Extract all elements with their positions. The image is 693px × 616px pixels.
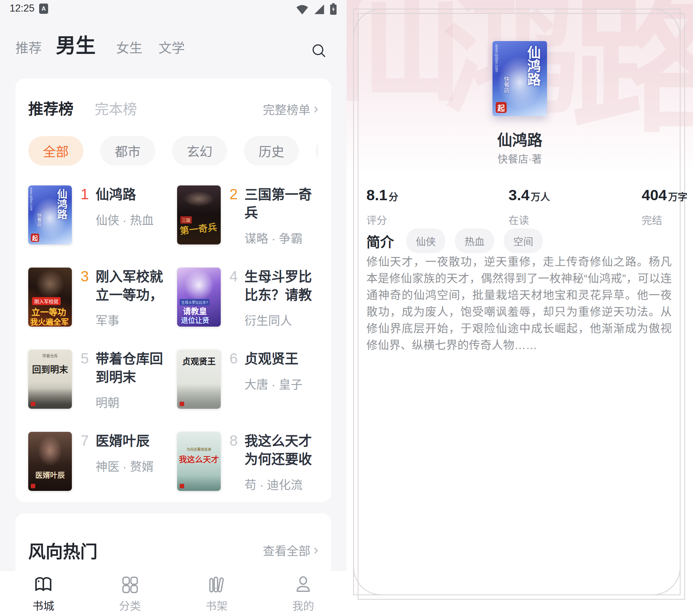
nav-label: 书架 — [206, 597, 227, 613]
view-all-label: 查看全部 — [263, 541, 310, 559]
rank-number: 4 — [226, 267, 241, 285]
cover-art — [38, 435, 62, 466]
book-tags: 衍生同人 — [244, 311, 318, 329]
cover-art — [36, 270, 64, 298]
stat-unit: 万人 — [531, 192, 550, 202]
rank-number: 8 — [226, 432, 241, 449]
bookstore-icon — [34, 576, 53, 594]
stat-label: 在读 — [509, 212, 550, 227]
intro-row: 简介 仙侠 热血 空间 — [367, 228, 543, 253]
book-item-6[interactable]: 贞观贤王 6 贞观贤王 大唐 · 皇子 — [177, 350, 318, 411]
status-icons — [296, 3, 337, 15]
chip-fantasy[interactable]: 玄幻 — [172, 136, 227, 165]
nav-category[interactable]: 分类 — [87, 571, 173, 616]
tab-female[interactable]: 女生 — [116, 37, 142, 57]
nav-label: 书城 — [33, 597, 54, 613]
book-title: 我这么天才为何还要收 — [244, 432, 318, 469]
notification-app-icon: A — [39, 3, 48, 14]
signal-icon — [314, 4, 325, 15]
chip-urban[interactable]: 都市 — [100, 136, 155, 165]
cover-title-text: 我这么天才 — [177, 453, 221, 464]
book-item-3[interactable]: 刚入军校就 立一等功 我火遍全军 3 刚入军校就立一等功， 军事 — [28, 267, 170, 329]
battery-charging-icon — [330, 3, 337, 15]
rank-number: 3 — [78, 267, 92, 285]
cover-press-text: 快餐店 — [36, 213, 42, 226]
nav-mine[interactable]: 我的 — [260, 571, 346, 616]
cover-title-text: 回到明末 — [28, 362, 72, 375]
cover-art — [183, 191, 215, 206]
stat-wordcount: 404万字 完结 — [642, 186, 687, 227]
stat-value: 404 — [642, 186, 667, 203]
rank-card: 推荐榜 完本榜 完整榜单 › 全部 都市 玄幻 历史 军事 仙鸿路 — [15, 79, 331, 502]
book-tags: 明朝 — [96, 393, 170, 411]
status-bar: 12:25 A — [0, 0, 346, 16]
category-icon — [121, 576, 139, 594]
tag-pill-rexue[interactable]: 热血 — [455, 228, 494, 253]
book-tags: 谋略 · 争霸 — [244, 229, 318, 246]
book-app: 12:25 A 推荐 男生 女生 文学 — [0, 0, 693, 616]
book-cover: 生母斗罗比比东? 请教皇 退位让贤 — [177, 267, 221, 326]
nav-bookstore[interactable]: 书城 — [0, 571, 87, 616]
stat-value: 3.4 — [509, 186, 529, 203]
stat-unit: 分 — [389, 192, 398, 202]
publisher-seal — [31, 402, 35, 406]
book-title: 三国第一奇兵 — [244, 185, 318, 222]
search-button[interactable] — [311, 42, 327, 60]
book-title: 医婿叶辰 — [96, 432, 170, 450]
chip-military[interactable]: 军事 — [316, 136, 318, 165]
tab-literature[interactable]: 文学 — [158, 37, 185, 57]
book-title: 带着仓库回到明末 — [96, 350, 170, 386]
tab-male[interactable]: 男生 — [56, 29, 96, 58]
user-icon — [294, 576, 313, 594]
book-cover: 刚入军校就 立一等功 我火遍全军 — [28, 267, 72, 326]
book-title: 贞观贤王 — [244, 350, 318, 368]
view-all-link[interactable]: 查看全部 › — [263, 541, 318, 559]
rank-tab-recommend[interactable]: 推荐榜 — [28, 97, 74, 119]
cover-subtitle-text: 我火遍全军 — [30, 316, 69, 326]
tab-recommend[interactable]: 推荐 — [15, 37, 42, 57]
book-detail-pane: 仙 鸿 路 仙鸿路 www.qidian.com 快餐店 起 仙鸿路 快餐店·著 — [346, 0, 693, 616]
rank-number: 5 — [78, 350, 92, 367]
chip-history[interactable]: 历史 — [244, 136, 299, 165]
tag-pill-kongjian[interactable]: 空间 — [504, 228, 543, 253]
rank-number: 6 — [226, 350, 241, 367]
publisher-seal: 起 — [31, 234, 39, 242]
cover-art — [184, 270, 214, 301]
book-item-8[interactable]: 为何还要收徒弟 我这么天才 8 我这么天才为何还要收 苟 · 迪化流 — [177, 432, 318, 493]
stat-label: 评分 — [367, 212, 398, 227]
stat-unit: 万字 — [668, 192, 687, 202]
nav-label: 分类 — [119, 597, 141, 613]
cover-press-text: 快餐店 — [502, 76, 510, 93]
publisher-seal — [180, 484, 184, 488]
rank-card-header: 推荐榜 完本榜 完整榜单 › — [28, 97, 318, 119]
full-ranking-link[interactable]: 完整榜单 › — [263, 100, 318, 118]
bottom-nav: 书城 分类 书架 — [0, 571, 346, 616]
nav-bookshelf[interactable]: 书架 — [173, 571, 260, 616]
publisher-seal — [180, 402, 184, 406]
book-item-7[interactable]: 医婿叶辰 7 医婿叶辰 神医 · 赘婿 — [28, 432, 170, 493]
nav-label: 我的 — [292, 597, 314, 613]
book-title: 刚入军校就立一等功， — [96, 267, 170, 304]
chip-all[interactable]: 全部 — [28, 136, 83, 165]
book-item-4[interactable]: 生母斗罗比比东? 请教皇 退位让贤 4 生母斗罗比比东？请教 衍生同人 — [177, 267, 318, 329]
rank-number: 7 — [78, 432, 92, 449]
detail-book-author: 快餐店·著 — [346, 151, 693, 165]
book-tags: 军事 — [96, 311, 170, 329]
book-cover: 仙鸿路 www.qidian.com 快餐店 起 — [28, 185, 72, 244]
detail-book-cover[interactable]: 仙鸿路 www.qidian.com 快餐店 起 — [493, 41, 547, 116]
tag-pill-xianxia[interactable]: 仙侠 — [406, 228, 445, 253]
trending-title: 风向热门 — [28, 538, 98, 563]
rank-number: 2 — [226, 185, 241, 203]
cover-subtitle-text: 退位让贤 — [181, 314, 209, 325]
book-item-1[interactable]: 仙鸿路 www.qidian.com 快餐店 起 1 仙鸿路 仙侠 · 热血 — [28, 185, 170, 246]
book-title: 生母斗罗比比东？请教 — [244, 267, 318, 304]
book-tags: 苟 · 迪化流 — [244, 475, 318, 493]
search-icon — [311, 42, 327, 59]
book-cover: 为何还要收徒弟 我这么天才 — [177, 432, 221, 491]
book-item-2[interactable]: 三国 第一奇兵 2 三国第一奇兵 谋略 · 争霸 — [177, 185, 318, 246]
stat-readers: 3.4万人 在读 — [509, 186, 550, 227]
book-item-5[interactable]: 带着仓库 回到明末 5 带着仓库回到明末 明朝 — [28, 350, 170, 411]
rank-tab-finished[interactable]: 完本榜 — [95, 98, 137, 118]
cover-watermark-text: www.qidian.com — [494, 44, 499, 72]
cover-banner-text: 为何还要收徒弟 — [177, 446, 221, 452]
